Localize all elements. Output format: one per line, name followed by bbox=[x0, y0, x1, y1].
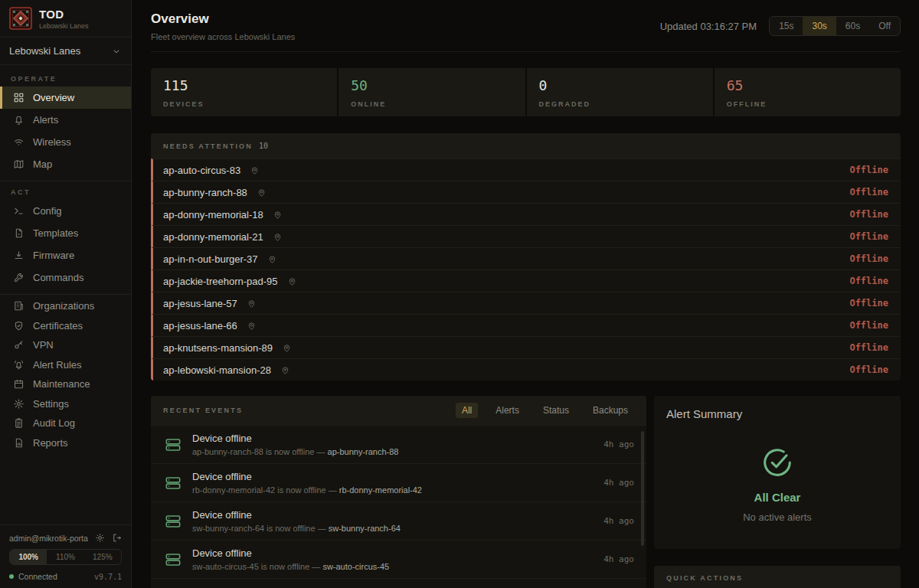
device-status-badge: Offline bbox=[849, 298, 888, 309]
event-row[interactable]: Device offline rb-donny-memorial-42 is n… bbox=[151, 463, 646, 501]
map-pin-icon[interactable] bbox=[282, 343, 292, 353]
event-description: rb-donny-memorial-42 is now offline bbox=[192, 485, 326, 495]
zoom-option-110[interactable]: 110% bbox=[47, 550, 83, 564]
stat-online-value: 50 bbox=[351, 77, 512, 93]
refresh-off-button[interactable]: Off bbox=[869, 17, 900, 35]
event-description: sw-auto-circus-45 is now offline bbox=[192, 562, 309, 571]
router-icon bbox=[163, 473, 183, 493]
zoom-option-125[interactable]: 125% bbox=[84, 550, 121, 564]
sidebar-item-overview[interactable]: Overview bbox=[0, 87, 131, 109]
stat-offline-label: OFFLINE bbox=[727, 100, 888, 108]
tab-all[interactable]: All bbox=[456, 403, 478, 418]
refresh-15s-button[interactable]: 15s bbox=[770, 17, 803, 35]
sidebar-item-audit-log[interactable]: Audit Log bbox=[0, 413, 131, 433]
sidebar-item-firmware[interactable]: Firmware bbox=[0, 244, 131, 266]
tab-alerts[interactable]: Alerts bbox=[489, 403, 525, 418]
theme-sun-icon[interactable] bbox=[95, 533, 105, 543]
device-name: ap-bunny-ranch-88 bbox=[163, 187, 247, 198]
refresh-60s-button[interactable]: 60s bbox=[836, 17, 869, 35]
map-pin-icon[interactable] bbox=[273, 232, 283, 242]
map-pin-icon[interactable] bbox=[273, 210, 283, 220]
map-pin-icon[interactable] bbox=[247, 321, 257, 331]
bell-ring-icon bbox=[13, 359, 25, 371]
device-name: ap-donny-memorial-18 bbox=[163, 209, 263, 220]
device-name: ap-in-n-out-burger-37 bbox=[163, 253, 258, 265]
sidebar-item-alert-rules[interactable]: Alert Rules bbox=[0, 355, 131, 375]
wifi-icon bbox=[13, 136, 25, 148]
event-timestamp: 4h ago bbox=[603, 439, 634, 449]
sidebar: TOD Lebowski Lanes Lebowski Lanes OPERAT… bbox=[0, 0, 132, 588]
router-icon bbox=[163, 550, 183, 570]
map-pin-icon[interactable] bbox=[247, 299, 257, 309]
sidebar-item-label: Audit Log bbox=[33, 417, 75, 429]
event-row[interactable]: Device offline cpe-in-n-out-burger-1 is … bbox=[151, 578, 646, 588]
stat-devices-value: 115 bbox=[163, 77, 325, 93]
event-row[interactable]: Device offline sw-auto-circus-45 is now … bbox=[151, 540, 646, 578]
grid-icon bbox=[13, 92, 25, 103]
device-row[interactable]: ap-donny-memorial-18 Offline bbox=[151, 203, 901, 225]
device-row[interactable]: ap-in-n-out-burger-37 Offline bbox=[151, 247, 901, 270]
needs-attention-header: NEEDS ATTENTION 10 bbox=[151, 133, 901, 158]
device-status-badge: Offline bbox=[849, 253, 888, 264]
sidebar-item-wireless[interactable]: Wireless bbox=[0, 131, 131, 153]
alert-summary-title: Alert Summary bbox=[666, 407, 888, 420]
sidebar-item-label: Certificates bbox=[33, 320, 83, 332]
sidebar-item-organizations[interactable]: Organizations bbox=[0, 296, 131, 316]
stat-online: 50 ONLINE bbox=[338, 68, 525, 116]
device-row[interactable]: ap-jackie-treehorn-pad-95 Offline bbox=[151, 270, 901, 292]
sidebar-item-alerts[interactable]: Alerts bbox=[0, 109, 131, 131]
sidebar-item-label: Organizations bbox=[33, 300, 94, 312]
map-pin-icon[interactable] bbox=[250, 165, 260, 175]
device-status-badge: Offline bbox=[849, 231, 888, 242]
sidebar-item-label: Wireless bbox=[33, 136, 71, 148]
clipboard-icon bbox=[13, 417, 25, 429]
logout-icon[interactable] bbox=[112, 533, 122, 543]
tab-backups[interactable]: Backups bbox=[587, 403, 634, 418]
report-icon bbox=[13, 437, 25, 449]
device-row[interactable]: ap-bunny-ranch-88 Offline bbox=[151, 181, 901, 203]
event-separator: — bbox=[318, 524, 326, 533]
map-pin-icon[interactable] bbox=[257, 188, 267, 198]
tab-status[interactable]: Status bbox=[537, 403, 575, 418]
org-selector[interactable]: Lebowski Lanes bbox=[0, 38, 131, 65]
event-device: rb-donny-memorial-42 bbox=[339, 485, 422, 495]
sidebar-item-commands[interactable]: Commands bbox=[0, 266, 131, 289]
sidebar-item-label: Firmware bbox=[33, 250, 74, 261]
device-row[interactable]: ap-jesus-lane-66 Offline bbox=[151, 314, 901, 336]
gear-icon bbox=[13, 398, 25, 410]
router-icon bbox=[163, 435, 183, 455]
sidebar-item-settings[interactable]: Settings bbox=[0, 394, 131, 414]
device-status-badge: Offline bbox=[849, 320, 888, 331]
device-row[interactable]: ap-knutsens-mansion-89 Offline bbox=[151, 336, 901, 358]
zoom-option-100[interactable]: 100% bbox=[10, 550, 47, 564]
device-name: ap-jesus-lane-66 bbox=[163, 320, 237, 332]
sidebar-item-vpn[interactable]: VPN bbox=[0, 335, 131, 355]
device-name: ap-auto-circus-83 bbox=[163, 165, 240, 176]
device-row[interactable]: ap-donny-memorial-21 Offline bbox=[151, 225, 901, 247]
stat-degraded-label: DEGRADED bbox=[539, 100, 701, 108]
brand-header: TOD Lebowski Lanes bbox=[0, 0, 131, 38]
device-row[interactable]: ap-lebowski-mansion-28 Offline bbox=[151, 358, 901, 381]
device-row[interactable]: ap-auto-circus-83 Offline bbox=[151, 158, 901, 181]
app-name: TOD bbox=[39, 8, 89, 21]
sidebar-item-label: Maintenance bbox=[33, 378, 90, 390]
sidebar-item-maintenance[interactable]: Maintenance bbox=[0, 374, 131, 394]
map-pin-icon[interactable] bbox=[280, 365, 290, 375]
sidebar-item-templates[interactable]: Templates bbox=[0, 222, 131, 244]
calendar-icon bbox=[13, 378, 25, 390]
map-icon bbox=[13, 158, 25, 170]
event-row[interactable]: Device offline sw-bunny-ranch-64 is now … bbox=[151, 501, 646, 540]
map-pin-icon[interactable] bbox=[287, 276, 297, 286]
refresh-30s-button[interactable]: 30s bbox=[803, 17, 836, 35]
main-content: Overview Fleet overview across Lebowski … bbox=[132, 0, 919, 588]
map-pin-icon[interactable] bbox=[267, 254, 277, 264]
check-circle-icon bbox=[760, 445, 795, 480]
sidebar-item-certificates[interactable]: Certificates bbox=[0, 316, 131, 336]
sidebar-item-reports[interactable]: Reports bbox=[0, 433, 131, 453]
sidebar-item-config[interactable]: Config bbox=[0, 200, 131, 222]
event-row[interactable]: Device offline ap-bunny-ranch-88 is now … bbox=[151, 425, 646, 463]
stat-online-label: ONLINE bbox=[351, 100, 512, 108]
device-row[interactable]: ap-jesus-lane-57 Offline bbox=[151, 292, 901, 314]
sidebar-item-map[interactable]: Map bbox=[0, 153, 131, 175]
events-scrollbar[interactable] bbox=[641, 431, 644, 546]
